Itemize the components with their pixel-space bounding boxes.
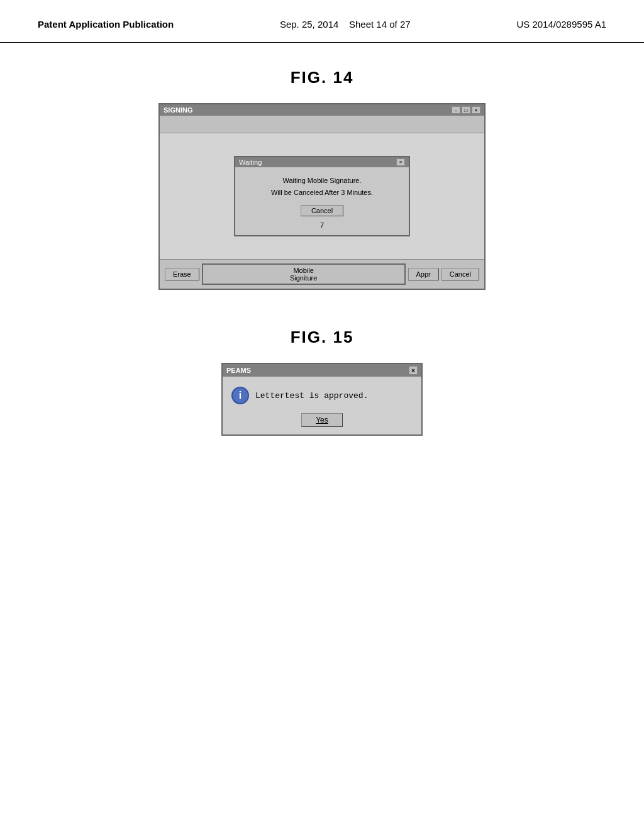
peams-title: PEAMS [226, 367, 251, 374]
signing-titlebar: SIGNING - □ × [160, 104, 484, 116]
peams-titlebar: PEAMS × [223, 364, 421, 377]
waiting-body: Waiting Mobile Signature. Will be Cancel… [235, 167, 409, 236]
appr-button[interactable]: Appr [408, 268, 439, 280]
waiting-message-line2: Will be Canceled After 3 Minutes. [245, 188, 399, 197]
info-icon: i [231, 387, 249, 404]
fig14-label: FIG. 14 [38, 68, 606, 87]
yes-button[interactable]: Yes [301, 413, 343, 427]
peams-body: i Lettertest is approved. Yes [223, 377, 421, 434]
erase-button[interactable]: Erase [165, 268, 199, 280]
close-button[interactable]: × [472, 106, 480, 114]
signing-toolbar [160, 116, 484, 133]
signing-titlebar-buttons: - □ × [452, 106, 480, 114]
signing-body: Waiting × Waiting Mobile Signature. Will… [160, 133, 484, 259]
peams-close-button[interactable]: × [409, 366, 418, 375]
minimize-button[interactable]: - [452, 106, 460, 114]
fig15-container: PEAMS × i Lettertest is approved. Yes [38, 363, 606, 436]
publication-label: Patent Application Publication [38, 19, 174, 30]
waiting-counter: 7 [245, 221, 399, 229]
signing-title: SIGNING [164, 106, 192, 114]
sheet-label: Sheet 14 of 27 [349, 19, 411, 30]
mobile-signature-button[interactable]: Mobile Signiture [202, 263, 406, 285]
maximize-button[interactable]: □ [462, 106, 470, 114]
peams-dialog: PEAMS × i Lettertest is approved. Yes [221, 363, 423, 436]
peams-message-text: Lettertest is approved. [255, 391, 368, 401]
waiting-title: Waiting [239, 158, 262, 166]
peams-btn-row: Yes [231, 413, 413, 427]
signing-window: SIGNING - □ × Waiting × Waiting Mobil [158, 103, 486, 290]
waiting-message-line1: Waiting Mobile Signature. [245, 176, 399, 185]
signing-footer: Erase Mobile Signiture Appr Cancel [160, 259, 484, 289]
patent-number-label: US 2014/0289595 A1 [516, 19, 606, 30]
waiting-close-button[interactable]: × [396, 158, 405, 166]
page-header: Patent Application Publication Sep. 25, … [0, 0, 644, 43]
date-sheet-label: Sep. 25, 2014 Sheet 14 of 27 [280, 19, 411, 30]
waiting-titlebar: Waiting × [235, 157, 409, 167]
footer-cancel-button[interactable]: Cancel [441, 268, 479, 280]
date-label: Sep. 25, 2014 [280, 19, 338, 30]
waiting-dialog: Waiting × Waiting Mobile Signature. Will… [234, 156, 410, 237]
waiting-cancel-button[interactable]: Cancel [301, 205, 343, 216]
fig15-label: FIG. 15 [38, 328, 606, 347]
peams-message-row: i Lettertest is approved. [231, 387, 413, 404]
fig14-container: SIGNING - □ × Waiting × Waiting Mobil [38, 103, 606, 290]
page-content: FIG. 14 SIGNING - □ × Waiting × [0, 43, 644, 486]
